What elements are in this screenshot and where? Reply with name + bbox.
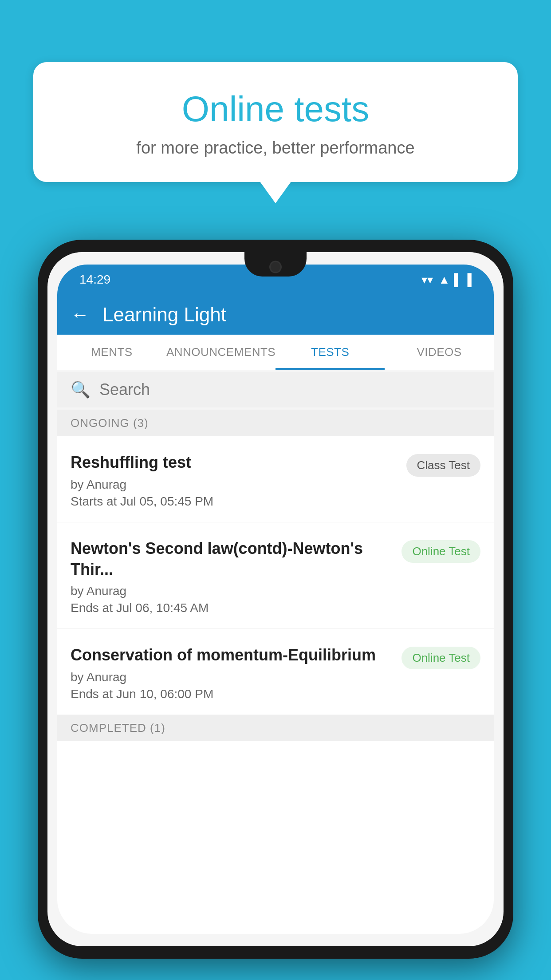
test-item[interactable]: Reshuffling test by Anurag Starts at Jul… [57, 436, 494, 522]
test-item[interactable]: Newton's Second law(contd)-Newton's Thir… [57, 522, 494, 629]
completed-section-header: COMPLETED (1) [57, 715, 494, 741]
ongoing-section-header: ONGOING (3) [57, 410, 494, 436]
tabs-bar: MENTS ANNOUNCEMENTS TESTS VIDEOS [57, 335, 494, 370]
test-author: by Anurag [71, 670, 393, 684]
search-input[interactable] [99, 380, 480, 399]
tab-announcements[interactable]: ANNOUNCEMENTS [166, 335, 276, 370]
test-item[interactable]: Conservation of momentum-Equilibrium by … [57, 629, 494, 715]
search-icon: 🔍 [71, 380, 91, 399]
bubble-title: Online tests [55, 89, 496, 130]
speech-bubble: Online tests for more practice, better p… [33, 62, 518, 182]
phone-notch [244, 252, 307, 277]
test-item-content: Reshuffling test by Anurag Starts at Jul… [71, 452, 398, 509]
test-name: Newton's Second law(contd)-Newton's Thir… [71, 538, 393, 580]
search-bar[interactable]: 🔍 [57, 372, 494, 407]
test-badge-online: Online Test [401, 647, 480, 669]
ongoing-title: ONGOING (3) [71, 416, 149, 430]
back-button[interactable]: ← [71, 305, 89, 324]
app-header: ← Learning Light [57, 295, 494, 335]
status-time: 14:29 [79, 273, 110, 287]
test-badge-class: Class Test [406, 454, 480, 477]
signal-icon: ▲▐ [438, 273, 458, 287]
test-time: Ends at Jul 06, 10:45 AM [71, 601, 393, 615]
status-icons: ▾▾ ▲▐ ▐ [421, 273, 472, 287]
bubble-subtitle: for more practice, better performance [55, 138, 496, 158]
test-time: Starts at Jul 05, 05:45 PM [71, 494, 398, 509]
test-item-content: Newton's Second law(contd)-Newton's Thir… [71, 538, 393, 616]
front-camera [269, 261, 282, 273]
app-title: Learning Light [102, 304, 226, 326]
test-author: by Anurag [71, 478, 398, 492]
completed-title: COMPLETED (1) [71, 721, 165, 735]
test-name: Conservation of momentum-Equilibrium [71, 645, 393, 666]
phone-screen: 14:29 ▾▾ ▲▐ ▐ ← Learning Light MENTS ANN… [47, 252, 504, 946]
battery-icon: ▐ [464, 273, 472, 287]
test-author: by Anurag [71, 584, 393, 598]
tab-ments[interactable]: MENTS [57, 335, 166, 370]
test-list: Reshuffling test by Anurag Starts at Jul… [57, 436, 494, 934]
wifi-icon: ▾▾ [421, 273, 433, 287]
test-badge-online: Online Test [401, 540, 480, 563]
tab-tests[interactable]: TESTS [276, 335, 385, 370]
test-name: Reshuffling test [71, 452, 398, 473]
test-time: Ends at Jun 10, 06:00 PM [71, 687, 393, 701]
test-item-content: Conservation of momentum-Equilibrium by … [71, 645, 393, 701]
tab-videos[interactable]: VIDEOS [385, 335, 494, 370]
phone-frame: 14:29 ▾▾ ▲▐ ▐ ← Learning Light MENTS ANN… [38, 240, 513, 959]
